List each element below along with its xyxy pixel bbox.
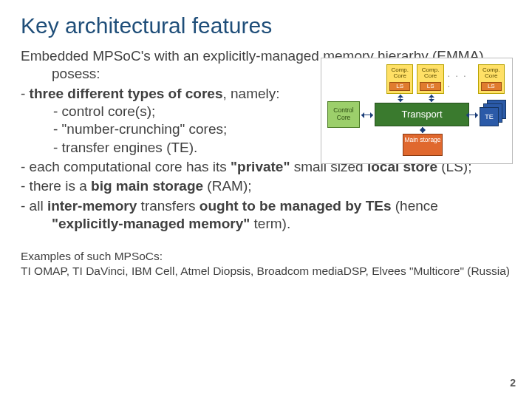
control-core-label: Control Core <box>328 107 359 122</box>
ls-label: LS <box>481 82 502 91</box>
text: - each computational core has its <box>21 159 231 174</box>
text-bold: inter-memory <box>47 198 137 214</box>
te-box: TE <box>480 107 499 126</box>
bullet-main-storage: - there is a big main storage (RAM); <box>21 177 511 195</box>
comp-core-box: Comp. Core LS <box>478 64 505 94</box>
slide-title: Key architectural features <box>0 0 532 43</box>
text: - <box>21 86 30 101</box>
arrow-icon <box>466 115 478 115</box>
text: - all <box>21 198 47 214</box>
text-bold: ought to be managed by TEs <box>200 198 392 214</box>
text-bold: "private" <box>231 159 290 174</box>
control-core-box: Control Core <box>327 101 360 128</box>
transport-box: Transport <box>375 103 469 126</box>
comp-core-box: Comp. Core LS <box>417 64 443 94</box>
comp-core-box: Comp. Core LS <box>386 64 413 94</box>
comp-core-label: Comp. Core <box>479 65 504 80</box>
comp-core-label: Comp. Core <box>387 65 412 80</box>
arrow-icon <box>361 115 373 115</box>
text-bold: big main storage <box>91 178 203 194</box>
comp-core-label: Comp. Core <box>417 65 443 80</box>
text: (hence <box>392 198 438 214</box>
ls-label: LS <box>389 82 410 91</box>
text: , namely: <box>222 86 279 101</box>
text-bold: "explicitly-managed memory" <box>52 216 250 231</box>
examples-heading: Examples of such MPSoCs: <box>21 249 511 264</box>
page-number: 2 <box>510 377 516 389</box>
examples-list: TI OMAP, TI DaVinci, IBM Cell, Atmel Dio… <box>21 264 511 279</box>
examples-section: Examples of such MPSoCs: TI OMAP, TI DaV… <box>21 249 511 279</box>
text-bold: three different types of cores <box>30 86 223 101</box>
comp-core-row: Comp. Core LS Comp. Core LS . . . . Comp… <box>386 64 505 94</box>
text: term). <box>250 216 290 231</box>
bullet-te-managed: - all inter-memory transfers ought to be… <box>21 197 511 233</box>
arrow-icon <box>400 95 400 102</box>
ellipsis-icon: . . . . <box>448 69 474 89</box>
architecture-diagram: Comp. Core LS Comp. Core LS . . . . Comp… <box>321 58 513 164</box>
text: - there is a <box>21 178 91 194</box>
main-storage-box: Main storage <box>403 134 443 156</box>
text: transfers <box>137 198 199 214</box>
arrow-icon <box>422 127 423 133</box>
text: (RAM); <box>203 178 251 194</box>
arrow-icon <box>431 95 432 102</box>
te-stack: TE <box>480 100 506 129</box>
ls-label: LS <box>420 82 440 91</box>
